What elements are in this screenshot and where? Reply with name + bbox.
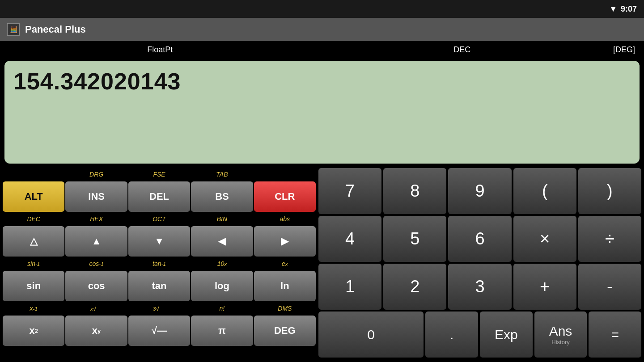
label-row-3: sin-1 cos-1 tan-1 10x ex — [3, 257, 316, 270]
label-row-1: DRG FSE TAB — [3, 168, 316, 181]
sqrt-button[interactable]: √— — [128, 316, 190, 346]
label-drg: DRG — [65, 168, 127, 181]
app-icon: 🧮 — [7, 23, 20, 36]
display-value: 154.342020143 — [13, 68, 181, 95]
right-panel: 7 8 9 ( ) 4 5 6 × ÷ 1 2 3 + - 0 . Exp An… — [318, 168, 641, 358]
deg-label: [DEG] — [613, 45, 635, 55]
btn-divide[interactable]: ÷ — [578, 216, 641, 262]
bs-button[interactable]: BS — [191, 181, 253, 212]
num-row-4: 0 . Exp Ans History = — [318, 311, 641, 358]
calculator-body: DRG FSE TAB ALT INS DEL BS CLR DEC HEX O… — [0, 166, 644, 359]
btn-decimal[interactable]: . — [425, 311, 478, 358]
label-10x: 10x — [191, 257, 253, 270]
btn-row-2: △ ▲ ▼ ◀ ▶ — [3, 226, 316, 257]
ans-label: Ans — [549, 324, 572, 339]
num-row-3: 1 2 3 + - — [318, 264, 641, 310]
btn-lparen[interactable]: ( — [513, 168, 576, 214]
label-sin-inv: sin-1 — [3, 257, 64, 270]
label-empty2 — [254, 168, 316, 181]
label-tab: TAB — [191, 168, 253, 181]
label-fse: FSE — [128, 168, 190, 181]
btn-ans[interactable]: Ans History — [534, 311, 587, 358]
down-button[interactable]: ▼ — [128, 226, 190, 257]
btn-row-4: x2 xy √— π DEG — [3, 316, 316, 346]
wifi-icon: ▼ — [609, 4, 617, 14]
x2-button[interactable]: x2 — [3, 316, 64, 346]
btn-equals[interactable]: = — [589, 311, 641, 358]
right-button[interactable]: ▶ — [254, 226, 316, 257]
status-bar: ▼ 9:07 — [0, 0, 644, 18]
del-button[interactable]: DEL — [128, 181, 190, 212]
btn-row-3: sin cos tan log ln — [3, 271, 316, 301]
btn-rparen[interactable]: ) — [578, 168, 641, 214]
num-row-1: 7 8 9 ( ) — [318, 168, 641, 214]
label-xinv: x-1 — [3, 302, 64, 315]
label-tan-inv: tan-1 — [128, 257, 190, 270]
dec-label: DEC — [311, 45, 614, 55]
up-button[interactable]: ▲ — [65, 226, 127, 257]
left-button[interactable]: ◀ — [191, 226, 253, 257]
btn-6[interactable]: 6 — [448, 216, 511, 262]
xy-button[interactable]: xy — [65, 316, 127, 346]
left-panel: DRG FSE TAB ALT INS DEL BS CLR DEC HEX O… — [3, 168, 316, 358]
label-oct: OCT — [128, 213, 190, 225]
label-bin: BIN — [191, 213, 253, 225]
label-abs: abs — [254, 213, 316, 225]
btn-8[interactable]: 8 — [383, 168, 446, 214]
btn-row-1: ALT INS DEL BS CLR — [3, 181, 316, 212]
alt-button[interactable]: ALT — [3, 181, 64, 212]
label-dms: DMS — [254, 302, 316, 315]
delta-button[interactable]: △ — [3, 226, 64, 257]
calculator-display: 154.342020143 — [4, 61, 640, 164]
btn-9[interactable]: 9 — [448, 168, 511, 214]
btn-minus[interactable]: - — [578, 264, 641, 310]
btn-7[interactable]: 7 — [318, 168, 381, 214]
ins-button[interactable]: INS — [65, 181, 127, 212]
label-cos-inv: cos-1 — [65, 257, 127, 270]
btn-multiply[interactable]: × — [513, 216, 576, 262]
sin-button[interactable]: sin — [3, 271, 64, 301]
clr-button[interactable]: CLR — [254, 181, 316, 212]
btn-5[interactable]: 5 — [383, 216, 446, 262]
label-ex: ex — [254, 257, 316, 270]
app-title: Panecal Plus — [25, 24, 86, 35]
label-dec: DEC — [3, 213, 64, 225]
label-3root: 3√— — [128, 302, 190, 315]
btn-1[interactable]: 1 — [318, 264, 381, 310]
tan-button[interactable]: tan — [128, 271, 190, 301]
pi-button[interactable]: π — [191, 316, 253, 346]
history-label: History — [551, 339, 569, 345]
deg-button[interactable]: DEG — [254, 316, 316, 346]
float-pt-label: FloatPt — [9, 45, 311, 55]
btn-3[interactable]: 3 — [448, 264, 511, 310]
label-hex: HEX — [65, 213, 127, 225]
log-button[interactable]: log — [191, 271, 253, 301]
label-row-4: x-1 x√— 3√— n! DMS — [3, 302, 316, 315]
time-display: 9:07 — [621, 4, 637, 14]
label-fact: n! — [191, 302, 253, 315]
title-bar: 🧮 Panecal Plus — [0, 18, 644, 41]
btn-plus[interactable]: + — [513, 264, 576, 310]
label-row-2: DEC HEX OCT BIN abs — [3, 213, 316, 225]
btn-exp[interactable]: Exp — [480, 311, 533, 358]
ln-button[interactable]: ln — [254, 271, 316, 301]
info-bar: FloatPt DEC [DEG] — [0, 41, 644, 58]
label-empty — [3, 168, 64, 181]
btn-0[interactable]: 0 — [318, 311, 424, 358]
cos-button[interactable]: cos — [65, 271, 127, 301]
num-row-2: 4 5 6 × ÷ — [318, 216, 641, 262]
label-xroot: x√— — [65, 302, 127, 315]
btn-2[interactable]: 2 — [383, 264, 446, 310]
btn-4[interactable]: 4 — [318, 216, 381, 262]
